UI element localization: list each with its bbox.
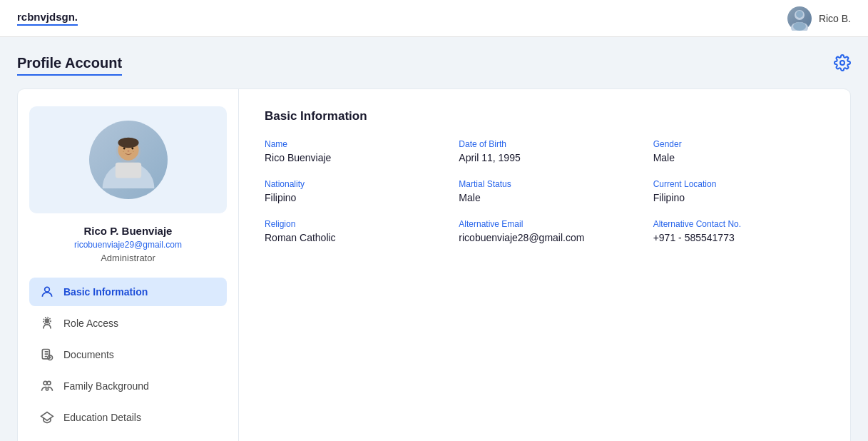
user-name-label: Rico B. bbox=[819, 13, 851, 24]
page-title-row: Profile Account bbox=[17, 54, 851, 76]
profile-email: ricobuenviaje29@gmail.com bbox=[74, 240, 182, 250]
svg-rect-14 bbox=[115, 163, 141, 178]
info-grid: Name Rico Buenviaje Date of Birth April … bbox=[265, 139, 824, 243]
sidebar-item-label: Education Details bbox=[63, 412, 141, 423]
field-martial-status: Martial Status Male bbox=[459, 179, 630, 203]
profile-photo-container bbox=[29, 106, 227, 213]
svg-point-23 bbox=[46, 388, 48, 390]
svg-point-13 bbox=[127, 151, 129, 152]
svg-point-9 bbox=[123, 148, 125, 150]
field-dob: Date of Birth April 11, 1995 bbox=[459, 139, 630, 163]
documents-icon bbox=[39, 348, 55, 362]
person-icon bbox=[39, 285, 55, 299]
svg-rect-12 bbox=[132, 151, 133, 152]
settings-button[interactable] bbox=[834, 54, 851, 76]
field-nationality: Nationality Filipino bbox=[265, 179, 436, 203]
sidebar-item-label: Role Access bbox=[63, 318, 118, 329]
main-card: Rico P. Buenviaje ricobuenviaje29@gmail.… bbox=[17, 88, 851, 441]
sidebar-item-family-background[interactable]: Family Background bbox=[29, 372, 227, 400]
field-value-dob: April 11, 1995 bbox=[459, 152, 630, 163]
field-gender: Gender Male bbox=[653, 139, 824, 163]
field-value-martial-status: Male bbox=[459, 192, 630, 203]
svg-point-3 bbox=[793, 22, 806, 31]
svg-point-18 bbox=[46, 320, 48, 322]
field-label-religion: Religion bbox=[265, 219, 436, 229]
svg-point-2 bbox=[796, 11, 803, 18]
field-religion: Religion Roman Catholic bbox=[265, 219, 436, 243]
page-title: Profile Account bbox=[17, 55, 122, 76]
svg-rect-11 bbox=[123, 151, 124, 152]
page-container: Profile Account bbox=[0, 37, 868, 441]
section-title: Basic Information bbox=[265, 109, 824, 123]
sidebar-item-label: Documents bbox=[63, 349, 114, 360]
field-name: Name Rico Buenviaje bbox=[265, 139, 436, 163]
svg-point-10 bbox=[131, 148, 133, 150]
field-alt-email: Alternative Email ricobuenviaje28@gmail.… bbox=[459, 219, 630, 243]
field-value-religion: Roman Catholic bbox=[265, 232, 436, 243]
role-icon bbox=[39, 316, 55, 330]
field-value-current-location: Filipino bbox=[653, 192, 824, 203]
profile-photo bbox=[89, 121, 168, 199]
field-label-current-location: Current Location bbox=[653, 179, 824, 189]
field-label-gender: Gender bbox=[653, 139, 824, 149]
education-icon bbox=[39, 410, 55, 425]
sidebar-item-label: Basic Information bbox=[63, 286, 148, 298]
svg-point-4 bbox=[840, 61, 844, 65]
field-label-name: Name bbox=[265, 139, 436, 149]
field-label-dob: Date of Birth bbox=[459, 139, 630, 149]
sidebar-item-education-details[interactable]: Education Details bbox=[29, 403, 227, 432]
field-label-nationality: Nationality bbox=[265, 179, 436, 189]
avatar bbox=[787, 6, 812, 31]
profile-role: Administrator bbox=[101, 253, 155, 263]
field-alt-contact: Alternative Contact No. +971 - 585541773 bbox=[653, 219, 824, 243]
field-label-martial-status: Martial Status bbox=[459, 179, 630, 189]
sidebar-item-basic-information[interactable]: Basic Information bbox=[29, 278, 227, 306]
field-value-gender: Male bbox=[653, 152, 824, 163]
svg-point-15 bbox=[45, 287, 50, 292]
field-value-name: Rico Buenviaje bbox=[265, 152, 436, 163]
user-profile[interactable]: Rico B. bbox=[787, 6, 851, 31]
sidebar-item-role-access[interactable]: Role Access bbox=[29, 309, 227, 338]
svg-point-22 bbox=[47, 381, 51, 385]
navbar: rcbnvjdsgn. Rico B. bbox=[0, 0, 868, 37]
sidebar: Rico P. Buenviaje ricobuenviaje29@gmail.… bbox=[18, 89, 239, 441]
family-icon bbox=[39, 379, 55, 393]
field-value-alt-email: ricobuenviaje28@gmail.com bbox=[459, 232, 630, 243]
field-value-alt-contact: +971 - 585541773 bbox=[653, 232, 824, 243]
field-label-alt-email: Alternative Email bbox=[459, 219, 630, 229]
main-content: Basic Information Name Rico Buenviaje Da… bbox=[239, 89, 850, 441]
svg-point-8 bbox=[118, 138, 138, 148]
field-current-location: Current Location Filipino bbox=[653, 179, 824, 203]
sidebar-item-documents[interactable]: Documents bbox=[29, 340, 227, 369]
field-value-nationality: Filipino bbox=[265, 192, 436, 203]
sidebar-item-label: Family Background bbox=[63, 380, 149, 392]
brand-logo: rcbnvjdsgn. bbox=[17, 11, 78, 26]
profile-name: Rico P. Buenviaje bbox=[84, 225, 173, 237]
field-label-alt-contact: Alternative Contact No. bbox=[653, 219, 824, 229]
